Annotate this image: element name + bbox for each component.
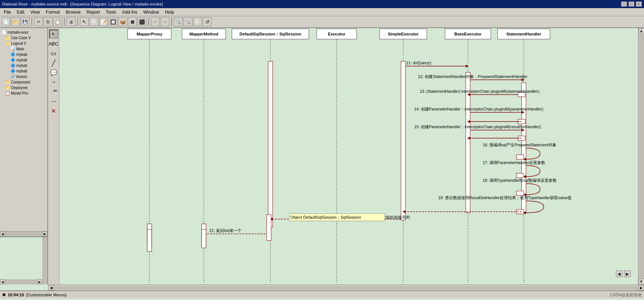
tool-line[interactable]: ╱: [49, 58, 58, 67]
svg-text:13: (StatementHandler) interce: 13: (StatementHandler) interceptorChain.…: [420, 89, 540, 93]
scroll-right-arrow[interactable]: ▶: [42, 232, 47, 236]
status-bar: ✱ 10:04:15 [Customizable Menus] CSDN@蓝彩使…: [0, 290, 644, 299]
menu-help[interactable]: Help: [162, 8, 177, 16]
menu-report[interactable]: Report: [84, 8, 103, 16]
title-bar: Rational Rose - mybatis-source.mdl - [Se…: [0, 0, 644, 8]
tree-mybati2[interactable]: 🔷mybati: [0, 57, 47, 63]
toolbar-note[interactable]: 📝: [99, 17, 108, 26]
tree-root[interactable]: 📄mybatis-sour: [0, 30, 47, 35]
toolbar-copy[interactable]: ⎘: [44, 17, 53, 26]
svg-text:Object DefaultSqlSession：SqlSe: Object DefaultSqlSession：SqlSession: [290, 215, 361, 219]
toolbar-zoom-out[interactable]: 🔍: [183, 17, 192, 26]
tree-logical[interactable]: 📁Logical V: [0, 41, 47, 46]
toolbar-select[interactable]: ↖: [80, 17, 89, 26]
h-scroll-track: [54, 286, 638, 290]
toolbar-anchor[interactable]: 🔲: [109, 17, 118, 26]
tool-arrow[interactable]: →: [49, 78, 58, 86]
toolbar-refresh[interactable]: ↺: [203, 17, 212, 26]
toolbar-rect[interactable]: ⬜: [90, 17, 98, 26]
toolbar: 📄 📂 💾 ✂ ⎘ 📋 🖨 ↖ ⬜ 📝 🔲 📦 🔳 ⬛ ← → 🔍 🔍 ⬜ ↺: [0, 16, 644, 28]
svg-text:StatementHandler: StatementHandler: [506, 32, 542, 36]
toolbar-more1[interactable]: 🔳: [128, 17, 137, 26]
tool-comment[interactable]: 💬: [49, 68, 58, 77]
preview-scroll-left[interactable]: ◀: [0, 279, 5, 284]
svg-text:14: 创建ParameterHandler：interce: 14: 创建ParameterHandler：interceptorChain.…: [414, 107, 544, 111]
tree-panel: 📄mybatis-sour 📁Use Case V 📁Logical V 📊Ma…: [0, 28, 47, 231]
svg-text:SimpleExecutor: SimpleExecutor: [388, 32, 419, 36]
minimize-button[interactable]: −: [621, 1, 627, 7]
svg-text:15: 创建ParameterHandler：interce: 15: 创建ParameterHandler：interceptorChain.…: [414, 125, 542, 129]
status-text: [Customizable Menus]: [26, 293, 67, 297]
h-scroll-left[interactable]: ◀: [48, 285, 54, 290]
menu-view[interactable]: View: [27, 8, 43, 16]
svg-text:MapperProxy: MapperProxy: [136, 32, 163, 36]
svg-rect-72: [267, 215, 271, 241]
toolbar-cut[interactable]: ✂: [34, 17, 43, 26]
menu-browse[interactable]: Browse: [63, 8, 84, 16]
tree-mybati4[interactable]: 🔷mybati: [0, 68, 47, 74]
svg-text:BaseExecutor: BaseExecutor: [454, 32, 482, 36]
tree-main[interactable]: 📊Main: [0, 46, 47, 52]
toolbar-save[interactable]: 💾: [21, 17, 30, 26]
tree-deployment[interactable]: 📁Deployme: [0, 85, 47, 91]
tree-component[interactable]: 📁Component: [0, 79, 47, 85]
tool-text[interactable]: ABC: [49, 39, 58, 48]
toolbar-print[interactable]: 🖨: [67, 17, 75, 26]
toolbar-paste[interactable]: 📋: [53, 17, 62, 26]
toolbar-separator-5: [171, 17, 172, 26]
svg-rect-54: [516, 173, 524, 178]
svg-text:Executor: Executor: [328, 32, 345, 36]
toolbar-back[interactable]: ←: [151, 17, 160, 26]
maximize-button[interactable]: □: [628, 1, 634, 7]
close-button[interactable]: ×: [636, 1, 642, 7]
svg-text:DefaultSqlSession：SqlSession: DefaultSqlSession：SqlSession: [240, 32, 301, 36]
tree-mybati3[interactable]: 🔷mybati: [0, 63, 47, 68]
toolbar-new[interactable]: 📄: [1, 17, 10, 26]
h-scroll-right[interactable]: ▶: [638, 285, 644, 290]
preview-v-scroll[interactable]: [42, 237, 47, 284]
toolbar-pkg[interactable]: 📦: [118, 17, 127, 26]
tool-close[interactable]: ✕: [49, 106, 58, 115]
menu-format[interactable]: Format: [43, 8, 63, 16]
svg-rect-51: [516, 155, 524, 159]
tool-note[interactable]: ▭: [49, 49, 58, 58]
nav-left-arrow[interactable]: ◀: [616, 270, 623, 277]
menu-edit[interactable]: Edit: [14, 8, 27, 16]
svg-rect-74: [147, 229, 152, 252]
menu-file[interactable]: File: [1, 8, 14, 16]
scroll-track-h: [5, 232, 42, 236]
svg-text:18: 调用TypeHandler给sql预编译设置参数: 18: 调用TypeHandler给sql预编译设置参数: [483, 178, 557, 183]
svg-text:19: 查出数据使用ResultSetHandler处理结果: 19: 查出数据使用ResultSetHandler处理结果；使用TypeHan…: [438, 195, 571, 200]
scroll-track-v: [639, 34, 644, 279]
tool-dotted[interactable]: ⋯: [49, 97, 58, 106]
tree-mybati1[interactable]: 🔷mybati: [0, 52, 47, 57]
svg-text:16: 预编译sql产生PreparedStatement对: 16: 预编译sql产生PreparedStatement对象: [483, 143, 556, 147]
tree-model[interactable]: 📋Model Pro: [0, 91, 47, 96]
toolbar-fwd[interactable]: →: [161, 17, 169, 26]
tree-associ[interactable]: 🔗Associ: [0, 74, 47, 79]
nav-right-arrow[interactable]: ▶: [624, 270, 631, 277]
menu-addins[interactable]: Add-Ins: [119, 8, 140, 16]
preview-panel: ◀ ▶: [0, 236, 47, 284]
svg-rect-27: [268, 61, 273, 228]
scroll-left-arrow[interactable]: ◀: [0, 232, 5, 236]
preview-scroll-right[interactable]: ▶: [37, 279, 42, 284]
toolbar-zoom-in[interactable]: 🔍: [174, 17, 183, 26]
tool-select[interactable]: ↖: [49, 30, 58, 38]
toolbar-separator-1: [31, 17, 32, 26]
tree-usecase[interactable]: 📁Use Case V: [0, 35, 47, 41]
menu-window[interactable]: Window: [140, 8, 162, 16]
tree-h-scroll[interactable]: ◀ ▶: [0, 231, 47, 236]
svg-text:MapperMethod: MapperMethod: [189, 32, 218, 36]
toolbar-fit[interactable]: ⬜: [193, 17, 202, 26]
menu-tools[interactable]: Tools: [103, 8, 119, 16]
scroll-down-arrow[interactable]: ▼: [638, 279, 644, 284]
toolbar-open[interactable]: 📂: [11, 17, 20, 26]
preview-h-scroll[interactable]: ◀ ▶: [0, 279, 42, 284]
diagram-area[interactable]: MapperProxy MapperMethod DefaultSqlSessi…: [59, 28, 638, 284]
preview-scroll-track: [5, 279, 37, 284]
tool-return[interactable]: ⇒: [49, 87, 58, 96]
toolbar-more2[interactable]: ⬛: [138, 17, 146, 26]
toolbar-separator-4: [148, 17, 149, 26]
scroll-up-arrow[interactable]: ▲: [638, 28, 644, 34]
